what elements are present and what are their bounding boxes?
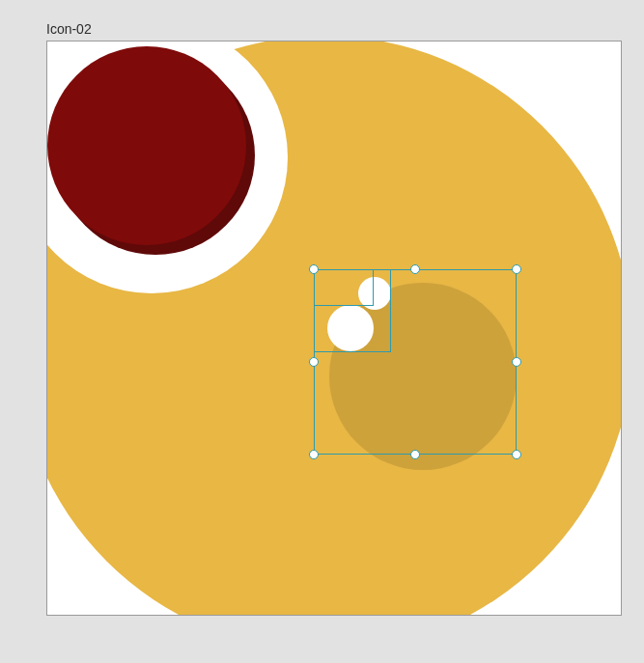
editor-viewport: Icon-02 xyxy=(0,0,644,663)
selection-handle-middle-right[interactable] xyxy=(512,357,521,367)
artboard-name-label[interactable]: Icon-02 xyxy=(46,21,92,37)
selection-handle-top-middle[interactable] xyxy=(410,264,420,274)
selection-handle-middle-left[interactable] xyxy=(309,357,319,367)
selection-handle-top-right[interactable] xyxy=(512,264,521,274)
selected-group[interactable] xyxy=(314,269,517,455)
selection-handle-top-left[interactable] xyxy=(309,264,319,274)
dark-red-circle-shape[interactable] xyxy=(47,46,246,245)
selection-handle-bottom-middle[interactable] xyxy=(410,450,420,459)
selection-handle-bottom-right[interactable] xyxy=(512,450,521,459)
selection-handle-bottom-left[interactable] xyxy=(309,450,319,459)
white-small-circle-shape[interactable] xyxy=(358,277,391,310)
artboard-canvas[interactable] xyxy=(46,41,622,616)
white-medium-circle-shape[interactable] xyxy=(327,305,374,351)
